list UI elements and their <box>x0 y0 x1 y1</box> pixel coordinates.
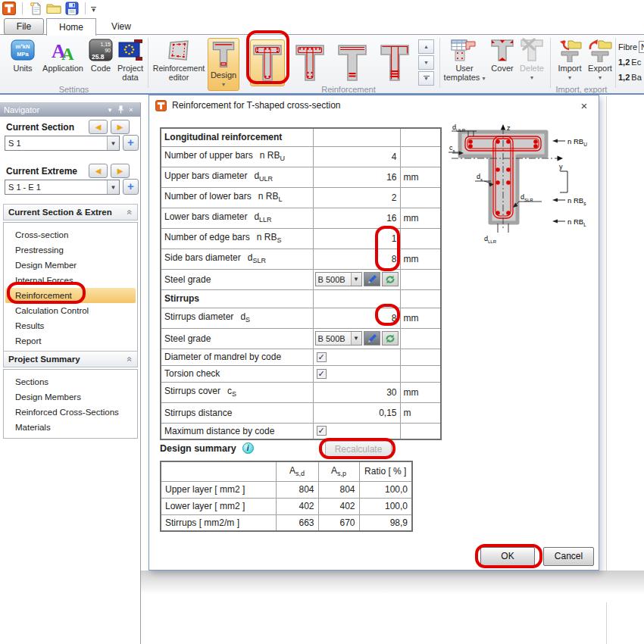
torsion-check-checkbox[interactable]: ✓ <box>317 369 327 379</box>
table-row: Number of upper barsn RBU4 <box>161 146 441 167</box>
table-row: Number of lower barsn RBL2 <box>161 187 441 208</box>
tab-file[interactable]: File <box>4 18 44 35</box>
lower-bars-diameter-field[interactable]: 16 <box>313 208 400 228</box>
mandrel-by-code-checkbox[interactable]: ✓ <box>317 352 327 362</box>
svg-text:1,15: 1,15 <box>100 42 111 47</box>
user-templates-icon <box>451 38 478 62</box>
table-row: Number of edge barsn RBS1 <box>161 228 441 249</box>
code-button[interactable]: 1,159025.8 Code <box>86 38 115 73</box>
edit-stirrups-steel-button[interactable] <box>364 331 380 345</box>
svg-text:cs: cs <box>449 144 455 153</box>
fibre-input[interactable]: N <box>639 41 644 53</box>
tab-home[interactable]: Home <box>46 18 96 36</box>
previous-section-button[interactable]: ◀ <box>89 120 108 134</box>
svg-text:MPa: MPa <box>17 51 29 58</box>
stirrups-diameter-field[interactable]: 8 <box>313 308 400 328</box>
template-t-section-4[interactable] <box>377 39 412 86</box>
template-t-section-2[interactable] <box>292 39 327 86</box>
quick-access-dropdown-icon[interactable]: ▾ <box>91 5 96 12</box>
gallery-scroll-up-button[interactable]: ▲ <box>418 39 434 54</box>
previous-extreme-button[interactable]: ◀ <box>89 164 108 178</box>
add-section-button[interactable]: + <box>123 135 139 151</box>
group-label-import-export: Import, export <box>538 85 625 94</box>
add-extreme-button[interactable]: + <box>123 179 139 195</box>
design-button[interactable]: Design ▾ <box>208 38 239 91</box>
dropdown-arrow-icon[interactable]: ▼ <box>107 136 119 150</box>
gallery-scroll-down-button[interactable]: ▼ <box>418 55 434 70</box>
nav-item-reinforced-cross-sections[interactable]: Reinforced Cross-Sections <box>5 405 136 420</box>
info-icon[interactable]: i <box>242 442 254 454</box>
user-templates-button[interactable]: User templates ▾ <box>442 38 486 83</box>
section-extreme-list: Cross-section Prestressing Design Member… <box>3 222 138 352</box>
section-extreme-group-header[interactable]: Current Section & Extren« <box>3 204 138 220</box>
clipped-fibre-group: FibreN 1,2 Ec 1,2 Ba <box>618 39 644 85</box>
import-button[interactable]: Import ▾ <box>555 38 585 83</box>
steel-grade-select[interactable]: B 500B▼ <box>315 272 362 286</box>
stirrups-cover-field[interactable]: 30 <box>313 382 400 402</box>
svg-text:z: z <box>507 124 511 132</box>
side-bars-diameter-field[interactable]: 8 <box>313 249 400 269</box>
close-icon[interactable]: × <box>126 106 136 114</box>
application-button[interactable]: AA Application <box>39 38 86 73</box>
dropdown-arrow-icon[interactable]: ▼ <box>351 332 361 345</box>
dropdown-arrow-icon[interactable]: ▼ <box>107 180 119 194</box>
group-label-settings: Settings <box>15 85 133 94</box>
gallery-expand-button[interactable]: ▼ <box>418 71 434 86</box>
number-lower-bars-field[interactable]: 2 <box>313 187 400 208</box>
project-summary-group-header[interactable]: Project Summary« <box>3 351 138 367</box>
new-document-icon[interactable] <box>28 1 43 16</box>
next-extreme-button[interactable]: ▶ <box>111 164 130 178</box>
edit-steel-grade-button[interactable] <box>364 272 380 286</box>
dialog-t-icon <box>155 100 167 111</box>
save-icon[interactable] <box>64 1 80 16</box>
nav-item-sections[interactable]: Sections <box>5 374 136 389</box>
next-section-button[interactable]: ▶ <box>111 120 130 134</box>
dialog-titlebar[interactable]: Reinforcement for T-shaped cross-section… <box>149 95 599 115</box>
panel-menu-icon[interactable]: ▾ <box>105 106 115 114</box>
max-distance-by-code-checkbox[interactable]: ✓ <box>317 426 327 436</box>
separator <box>85 2 86 14</box>
nav-item-design-members[interactable]: Design Members <box>5 389 136 405</box>
cover-button[interactable]: Cover <box>488 38 517 73</box>
svg-text:n RBs: n RBs <box>567 196 586 206</box>
current-extreme-select[interactable]: S 1 - E 1 ▼ <box>5 180 120 195</box>
nav-item-internal-forces[interactable]: Internal Forces <box>5 273 136 288</box>
pencil-icon <box>367 274 377 285</box>
template-t-section-3[interactable] <box>335 39 370 86</box>
nav-item-materials[interactable]: Materials <box>5 420 136 435</box>
dropdown-arrow-icon: ▾ <box>530 73 533 83</box>
current-section-select[interactable]: S 1 ▼ <box>5 136 120 151</box>
refresh-steel-grade-button[interactable] <box>382 272 399 286</box>
reinforcement-editor-button[interactable]: Reinforcement editor <box>150 38 208 82</box>
number-upper-bars-field[interactable]: 4 <box>313 146 400 167</box>
reinforcement-table: Longitudinal reinforcement Number of upp… <box>160 127 442 440</box>
nav-item-results[interactable]: Results <box>5 318 136 333</box>
template-t-section-1[interactable] <box>250 39 285 86</box>
dropdown-arrow-icon: ▾ <box>599 73 602 83</box>
open-folder-icon[interactable] <box>46 1 61 16</box>
nav-item-calculation-control[interactable]: Calculation Control <box>5 303 136 318</box>
cancel-button[interactable]: Cancel <box>543 547 594 566</box>
quick-access-toolbar: ▾ <box>0 0 644 17</box>
nav-item-report[interactable]: Report <box>5 333 136 349</box>
nav-item-prestressing[interactable]: Prestressing <box>5 242 136 258</box>
current-section-label: Current Section <box>6 122 74 133</box>
refresh-stirrups-steel-button[interactable] <box>382 331 399 345</box>
export-button[interactable]: Export ▾ <box>585 38 615 83</box>
upper-bars-diameter-field[interactable]: 16 <box>313 167 400 187</box>
stirrups-steel-grade-select[interactable]: B 500B▼ <box>315 331 362 345</box>
units-button[interactable]: m²kNMPa Units <box>6 38 39 73</box>
nav-item-cross-section[interactable]: Cross-section <box>5 227 136 242</box>
pin-icon[interactable] <box>115 105 126 115</box>
separator <box>550 38 551 88</box>
dropdown-arrow-icon[interactable]: ▼ <box>351 273 361 286</box>
number-edge-bars-field[interactable]: 1 <box>313 228 400 249</box>
tab-view[interactable]: View <box>98 18 144 35</box>
stirrups-distance-field[interactable]: 0,15 <box>313 402 400 423</box>
project-data-button[interactable]: Project data <box>114 38 147 82</box>
nav-item-design-member[interactable]: Design Member <box>5 258 136 273</box>
ok-button[interactable]: OK <box>480 547 535 566</box>
close-icon[interactable]: × <box>576 99 592 112</box>
nav-item-reinforcement[interactable]: Reinforcement <box>5 288 136 303</box>
navigator-titlebar: Navigator ▾ × <box>0 103 140 117</box>
